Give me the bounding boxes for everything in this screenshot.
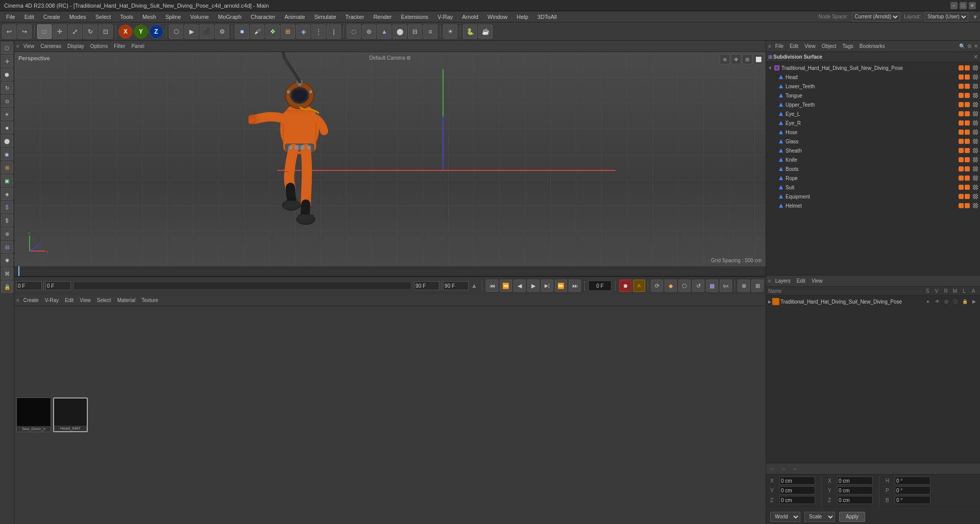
bottom-select-menu[interactable]: Select: [95, 297, 113, 304]
tree-item-lower-teeth[interactable]: Lower_Teeth: [766, 82, 980, 91]
obj-file-menu[interactable]: File: [773, 43, 786, 49]
effector-button[interactable]: ◈: [296, 24, 310, 39]
menu-tracker[interactable]: Tracker: [341, 13, 369, 21]
render-settings-button[interactable]: ⚙: [215, 24, 229, 39]
tree-item-sheath[interactable]: Sheath: [766, 146, 980, 155]
scale-tool-button[interactable]: ⤢: [68, 24, 82, 39]
layer-solo-icon[interactable]: ●: [924, 297, 932, 306]
key-mode-button[interactable]: ⊞: [751, 280, 764, 292]
menu-3dtoall[interactable]: 3DToAll: [533, 13, 561, 21]
transform-mode-select[interactable]: Move Scale Rotate: [804, 512, 835, 522]
obj-object-menu[interactable]: Object: [820, 43, 839, 49]
go-to-start-button[interactable]: ⏮: [486, 280, 498, 292]
viewport-nav-zoom[interactable]: ⊞: [742, 54, 752, 64]
b-rotation-input[interactable]: [895, 496, 930, 504]
menu-volume[interactable]: Volume: [186, 13, 213, 21]
obj-view-menu[interactable]: View: [802, 43, 818, 49]
layer-anim-icon[interactable]: ▶: [970, 297, 978, 306]
world-space-button[interactable]: ⬡: [169, 24, 183, 39]
vp-display-menu[interactable]: Display: [65, 43, 86, 49]
left-tool-tag[interactable]: $: [1, 201, 13, 213]
tree-item-tongue[interactable]: Tongue: [766, 91, 980, 100]
viewport-nav-pan[interactable]: ✥: [731, 54, 741, 64]
paint-button[interactable]: 🖌: [250, 24, 264, 39]
max-frame-input[interactable]: [443, 281, 469, 290]
left-tool-4[interactable]: ↻: [1, 82, 13, 94]
snap-button[interactable]: ⊕: [738, 280, 750, 292]
tree-item-upper-teeth[interactable]: Upper_Teeth: [766, 100, 980, 109]
timeline-settings-button[interactable]: ▦: [706, 280, 718, 292]
material-swatch-head[interactable]: Head_MAT: [53, 397, 88, 432]
bottom-material-menu[interactable]: Material: [115, 297, 138, 304]
obj-manager-menu-icon[interactable]: ≡: [768, 43, 771, 49]
x-position-input[interactable]: [779, 477, 815, 485]
light-button[interactable]: ☀: [443, 24, 457, 39]
menu-render[interactable]: Render: [369, 13, 396, 21]
tree-item-glass[interactable]: Glass: [766, 137, 980, 146]
spline-tool-button[interactable]: |: [327, 24, 341, 39]
object-tree[interactable]: ▼ Traditional_Hard_Hat_Diving_Suit_New_D…: [766, 62, 980, 275]
layers-view-menu[interactable]: View: [810, 278, 825, 284]
bottom-edit-menu[interactable]: Edit: [63, 297, 76, 304]
left-tool-6[interactable]: ☀: [1, 108, 13, 120]
left-tool-deformer[interactable]: ⊞: [1, 161, 13, 173]
tree-item-helmet[interactable]: Helmet: [766, 201, 980, 210]
render-dot[interactable]: [965, 65, 970, 70]
cloner-button[interactable]: ❖: [265, 24, 280, 39]
menu-edit[interactable]: Edit: [20, 13, 38, 21]
left-tool-rigging[interactable]: ⊛: [1, 228, 13, 240]
h-rotation-input[interactable]: [895, 477, 930, 485]
camera-settings-icon[interactable]: ⚙: [406, 55, 411, 61]
obj-bookmarks-menu[interactable]: Bookmarks: [857, 43, 887, 49]
vp-filter-menu[interactable]: Filter: [112, 43, 127, 49]
go-to-end-button[interactable]: ⏭: [569, 280, 581, 292]
layer-item-diving-suit[interactable]: ▶ Traditional_Hard_Hat_Diving_Suit_New_D…: [766, 296, 980, 307]
coffescript-button[interactable]: ☕: [478, 24, 493, 39]
left-tool-subdivide[interactable]: ▣: [1, 174, 13, 187]
menu-spline[interactable]: Spline: [161, 13, 185, 21]
obj-settings-icon[interactable]: ⚙: [967, 43, 972, 49]
object-mode-button[interactable]: □: [37, 24, 52, 39]
y-axis-button[interactable]: Y: [134, 24, 148, 39]
tree-item-equipment[interactable]: Equipment: [766, 192, 980, 201]
sculpt-button[interactable]: ▲: [377, 24, 391, 39]
timeline-ruler[interactable]: 0 5 10 15 20 25 30 35 40 45 50 55 60 65 …: [14, 266, 766, 277]
end-frame-input[interactable]: [414, 281, 439, 290]
x-axis-button[interactable]: X: [118, 24, 133, 39]
move-tool-button[interactable]: ✛: [53, 24, 67, 39]
fracture-button[interactable]: ⋮: [311, 24, 326, 39]
obj-close-icon[interactable]: ✕: [974, 43, 978, 49]
menu-file[interactable]: File: [2, 13, 19, 21]
menu-modes[interactable]: Modes: [65, 13, 90, 21]
autokey-button[interactable]: A: [633, 280, 645, 292]
left-tool-2[interactable]: ✛: [1, 55, 13, 67]
next-keyframe-button[interactable]: ⏩: [555, 280, 567, 292]
bottom-vray-menu[interactable]: V-Ray: [43, 297, 61, 304]
motion-path-button[interactable]: ⟳: [651, 280, 663, 292]
record-button[interactable]: ⏺: [619, 280, 631, 292]
menu-help[interactable]: Help: [512, 13, 532, 21]
tree-item-rope[interactable]: Rope: [766, 173, 980, 183]
layer-motion-icon[interactable]: ⬡: [951, 297, 960, 306]
vp-cameras-menu[interactable]: Cameras: [38, 43, 63, 49]
next-frame-button[interactable]: ▶|: [541, 280, 553, 292]
left-tool-cmd[interactable]: ⌘: [1, 267, 13, 280]
multires-button[interactable]: ⊟: [408, 24, 422, 39]
start-frame-input[interactable]: [16, 281, 42, 290]
reset-psr-button[interactable]: ⊡: [99, 24, 113, 39]
left-tool-perspective[interactable]: ■: [1, 121, 13, 134]
menu-arnold[interactable]: Arnold: [458, 13, 482, 21]
layers-edit-menu[interactable]: Edit: [795, 278, 807, 284]
menu-vray[interactable]: V-Ray: [433, 13, 457, 21]
left-tool-material[interactable]: $: [1, 214, 13, 227]
pose-morph-button[interactable]: ⬡: [678, 280, 691, 292]
tree-item-root[interactable]: ▼ Traditional_Hard_Hat_Diving_Suit_New_D…: [766, 63, 980, 72]
loop-button[interactable]: ↺: [692, 280, 704, 292]
obj-tags-menu[interactable]: Tags: [841, 43, 855, 49]
left-tool-5[interactable]: ⊙: [1, 95, 13, 107]
maximize-button[interactable]: □: [960, 2, 967, 9]
left-tool-nurbs[interactable]: ◉: [1, 148, 13, 160]
layers-menu-icon[interactable]: ≡: [768, 278, 771, 284]
viewport-nav-rotate[interactable]: ⊕: [720, 54, 730, 64]
expand-icon[interactable]: ▼: [972, 14, 978, 20]
